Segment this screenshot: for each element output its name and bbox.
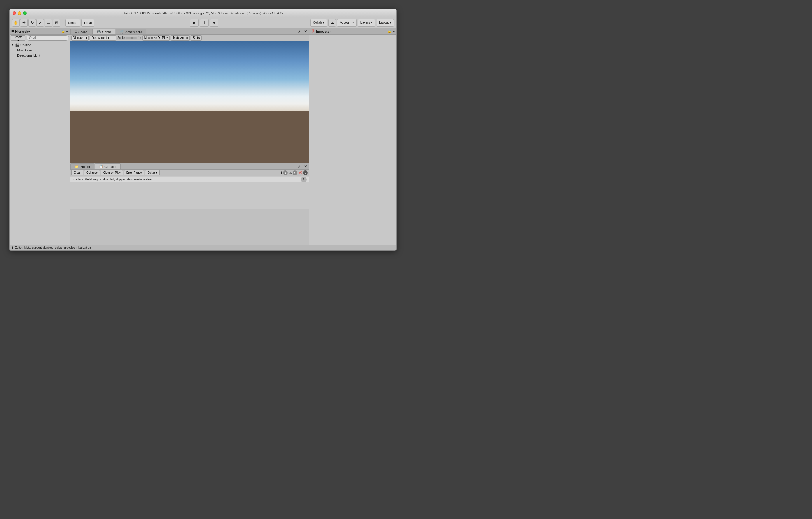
- inspector-lock-icon[interactable]: 🔒: [388, 29, 392, 33]
- tab-project[interactable]: 📁 Project: [70, 163, 94, 169]
- info-count: 1: [283, 170, 288, 175]
- scale-control: Scale 1x: [117, 36, 141, 39]
- game-sky: [70, 41, 309, 111]
- tab-console[interactable]: 📋 Console: [95, 163, 120, 169]
- layout-button[interactable]: Layout ▾: [377, 19, 394, 27]
- tab-game[interactable]: 🎮 Game: [92, 29, 115, 34]
- close-button[interactable]: [12, 11, 16, 15]
- info-count-badge: ℹ 1: [281, 170, 288, 175]
- hierarchy-menu-icon[interactable]: ≡: [66, 29, 68, 33]
- console-row[interactable]: ℹ Editor: Metal support disabled, skippi…: [70, 176, 309, 183]
- bottom-panel-close[interactable]: ✕: [302, 164, 309, 168]
- transform-tools: ✋ ✛ ↻ ⤢ ▭ ⊞: [12, 19, 60, 27]
- rect-tool-button[interactable]: ▭: [45, 19, 52, 27]
- console-content: ℹ Editor: Metal support disabled, skippi…: [70, 176, 309, 209]
- inspector-header: ❓ Inspector 🔒 ≡: [309, 28, 396, 35]
- inspector-menu-icon[interactable]: ≡: [393, 29, 395, 33]
- mute-audio-button[interactable]: Mute Audio: [171, 35, 190, 40]
- game-tab-label: Game: [102, 30, 111, 33]
- local-button[interactable]: Local: [81, 19, 94, 27]
- scene-tab-label: Scene: [79, 30, 87, 33]
- bottom-panel-menu[interactable]: ⤢: [296, 164, 302, 168]
- scene-tab-icon: ⊞: [75, 30, 77, 33]
- close-tab-icon[interactable]: ✕: [302, 29, 309, 33]
- toolbar-right: Collab ▾ ☁ Account ▾ Layers ▾ Layout ▾: [310, 19, 394, 27]
- scene-icon: 🎬: [15, 43, 19, 47]
- hand-tool-button[interactable]: ✋: [12, 19, 20, 27]
- traffic-lights: [12, 11, 27, 15]
- scale-slider[interactable]: [125, 37, 137, 38]
- pause-button[interactable]: ⏸: [200, 19, 208, 27]
- hierarchy-content: ▼ 🎬 Untitled Main Camera Directional Lig…: [10, 41, 70, 245]
- move-tool-button[interactable]: ✛: [20, 19, 28, 27]
- error-icon: 🚫: [299, 171, 302, 174]
- project-tab-icon: 📁: [75, 165, 79, 168]
- hierarchy-item-light[interactable]: Directional Light: [10, 53, 70, 58]
- step-button[interactable]: ⏭: [210, 19, 219, 27]
- aspect-arrow: ▾: [108, 36, 109, 39]
- hierarchy-search[interactable]: [27, 35, 69, 40]
- create-button[interactable]: Create ▾: [11, 35, 25, 40]
- inspector-title: Inspector: [316, 30, 331, 33]
- hierarchy-item-camera[interactable]: Main Camera: [10, 48, 70, 53]
- separator-2: [96, 20, 97, 26]
- transform-tool-button[interactable]: ⊞: [53, 19, 60, 27]
- info-icon: ℹ: [281, 171, 282, 174]
- minimize-button[interactable]: [18, 11, 21, 15]
- game-toolbar: Display 1 ▾ Free Aspect ▾ Scale 1x Maxim…: [70, 35, 309, 41]
- title-bar: Unity 2017.3.1f1 Personal (64bit) - Unti…: [10, 9, 396, 17]
- main-area: ☰ Hierarchy 🔒 ≡ Create ▾ ▼ 🎬 Untitled Ma: [10, 28, 396, 245]
- tab-asset-store[interactable]: 🛒 Asset Store: [116, 29, 146, 34]
- stats-button[interactable]: Stats: [191, 35, 202, 40]
- scene-label: Untitled: [21, 43, 31, 47]
- aspect-label: Free Aspect: [91, 36, 107, 39]
- cloud-button[interactable]: ☁: [328, 19, 336, 27]
- aspect-select[interactable]: Free Aspect ▾: [90, 35, 116, 40]
- scale-thumb[interactable]: [130, 37, 133, 39]
- scale-tool-button[interactable]: ⤢: [36, 19, 44, 27]
- inspector-panel: ❓ Inspector 🔒 ≡: [309, 28, 396, 245]
- maximize-icon[interactable]: ⤢: [296, 29, 302, 33]
- center-button[interactable]: Center: [65, 19, 80, 27]
- maximize-on-play-button[interactable]: Maximize On Play: [142, 35, 170, 40]
- hierarchy-panel-controls: 🔒 ≡: [61, 29, 68, 33]
- clear-on-play-button[interactable]: Clear on Play: [101, 170, 123, 175]
- console-toolbar: Clear Collapse Clear on Play Error Pause…: [70, 170, 309, 176]
- display-label: Display 1: [73, 36, 85, 39]
- collab-button[interactable]: Collab ▾: [310, 19, 327, 27]
- expand-arrow: ▼: [11, 44, 14, 47]
- status-message: Editor: Metal support disabled, skipping…: [15, 246, 91, 249]
- scale-label: Scale: [117, 36, 124, 39]
- hierarchy-item-untitled[interactable]: ▼ 🎬 Untitled: [10, 42, 70, 48]
- status-info-icon: ℹ: [12, 246, 13, 249]
- game-view: [70, 41, 309, 163]
- asset-store-icon: 🛒: [120, 30, 124, 33]
- clear-button[interactable]: Clear: [71, 170, 83, 175]
- layers-button[interactable]: Layers ▾: [358, 19, 375, 27]
- game-ground: [70, 111, 309, 163]
- collapse-button[interactable]: Collapse: [84, 170, 100, 175]
- scale-value: 1x: [138, 36, 141, 39]
- error-count: 0: [303, 170, 308, 175]
- maximize-button[interactable]: [23, 11, 27, 15]
- playback-controls: ▶ ⏸ ⏭: [99, 19, 309, 27]
- camera-label: Main Camera: [17, 49, 36, 52]
- account-button[interactable]: Account ▾: [337, 19, 357, 27]
- display-select[interactable]: Display 1 ▾: [71, 35, 89, 40]
- hierarchy-lock-icon[interactable]: 🔒: [61, 29, 65, 33]
- editor-filter-button[interactable]: Editor ▾: [145, 170, 160, 175]
- error-pause-button[interactable]: Error Pause: [124, 170, 144, 175]
- console-detail: [70, 209, 309, 245]
- asset-store-label: Asset Store: [125, 30, 142, 33]
- rotate-tool-button[interactable]: ↻: [28, 19, 36, 27]
- window-title: Unity 2017.3.1f1 Personal (64bit) - Unti…: [122, 11, 283, 15]
- tab-scene[interactable]: ⊞ Scene: [70, 29, 92, 34]
- hierarchy-icon: ☰: [11, 30, 14, 33]
- play-button[interactable]: ▶: [190, 19, 199, 27]
- console-tab-icon: 📋: [99, 165, 103, 168]
- light-label: Directional Light: [17, 54, 40, 57]
- inspector-help-icon: ❓: [311, 29, 315, 33]
- bottom-tabs-bar: 📁 Project 📋 Console ⤢ ✕: [70, 163, 309, 170]
- center-area: ⊞ Scene 🎮 Game 🛒 Asset Store ⤢ ✕ Disp: [70, 28, 309, 245]
- inspector-content: [309, 35, 396, 245]
